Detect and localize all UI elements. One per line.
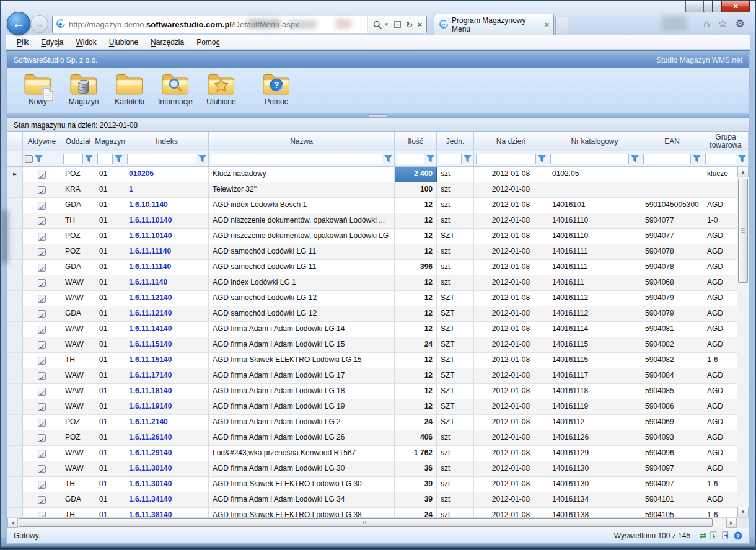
column-header-magazyn[interactable]: Magazyn (95, 132, 125, 151)
cell-indeks[interactable]: 1.6.11.10140 (125, 229, 209, 244)
filter-checkbox[interactable] (25, 155, 33, 163)
export-blue-icon[interactable] (722, 531, 730, 539)
table-row[interactable]: GDA011.6.11.12140AGD samochód Lodówki LG… (7, 306, 749, 322)
menu-narzędzia[interactable]: Narzędzia (144, 36, 190, 48)
row-active-checkbox[interactable] (38, 310, 46, 318)
filter-input-grupa[interactable] (705, 154, 736, 164)
frame-splitter[interactable] (7, 113, 749, 118)
menu-ulubione[interactable]: Ulubione (103, 36, 144, 48)
scroll-right-icon[interactable]: ► (726, 518, 737, 528)
sync-icon[interactable]: ⇄ (700, 531, 706, 539)
cell-indeks[interactable]: 1.6.11.15140 (125, 353, 209, 368)
column-header-oddzial[interactable]: Oddział (61, 132, 95, 151)
table-row[interactable]: GDA011.6.10.1140AGD index Lodowki Bosch … (7, 198, 749, 213)
row-active-checkbox[interactable] (38, 496, 46, 504)
cell-indeks[interactable]: 1.6.11.30140 (125, 477, 209, 492)
filter-input-oddzial[interactable] (63, 154, 83, 164)
row-active-checkbox[interactable] (38, 279, 46, 287)
new-tab-button[interactable] (555, 17, 568, 35)
table-row[interactable]: WAW011.6.11.30140AGD firma Adam i Adam L… (7, 461, 749, 477)
filter-funnel-icon[interactable] (198, 155, 206, 162)
table-row[interactable]: GDA011.6.11.11140AGD samochód Lodówki LG… (7, 260, 749, 275)
tab-program-magazynowy[interactable]: e Program Magazynowy Menu × (434, 14, 554, 35)
filter-funnel-icon[interactable] (115, 155, 123, 162)
minimize-button[interactable] (685, 1, 704, 12)
table-row[interactable]: POZ011.6.11.26140AGD firma Adam i Adam L… (7, 430, 749, 446)
toolbar-item-ulubione[interactable]: Ulubione (198, 71, 244, 106)
cell-indeks[interactable]: 1.6.11.34140 (125, 492, 209, 508)
column-header-jedn[interactable]: Jedn. (437, 132, 474, 151)
cell-indeks[interactable]: 1.6.11.12140 (125, 306, 209, 322)
filter-input-nazwa[interactable] (211, 154, 382, 164)
table-row[interactable]: TH011.6.11.38140AGD firma Sławek ELEKTRO… (7, 508, 749, 517)
cell-indeks[interactable]: 1.6.11.14140 (125, 322, 209, 337)
table-row[interactable]: TH011.6.11.30140AGD firma Sławek ELEKTRO… (7, 477, 749, 492)
home-icon[interactable]: ⌂ (703, 19, 710, 30)
filter-input-ilosc[interactable] (397, 154, 424, 164)
column-header-indeks[interactable]: Indeks (125, 132, 209, 151)
cell-indeks[interactable]: 1.6.11.18140 (125, 384, 209, 399)
refresh-icon[interactable]: ↻ (406, 20, 413, 29)
cell-indeks[interactable]: 1.6.11.1140 (125, 275, 209, 291)
table-row[interactable]: POZ011.6.11.10140AGD niszczenie dokument… (7, 229, 749, 244)
tab-close-icon[interactable]: × (545, 20, 549, 29)
row-active-checkbox[interactable] (38, 295, 46, 303)
filter-input-jedn[interactable] (439, 154, 462, 164)
toolbar-item-informacje[interactable]: Informacje (152, 71, 198, 106)
vertical-scrollbar-thumb[interactable] (738, 179, 748, 283)
cell-indeks[interactable]: 1.6.10.1140 (125, 198, 209, 213)
table-row[interactable]: TH011.6.11.10140AGD niszczenie dokumentó… (7, 213, 749, 229)
maximize-button[interactable] (703, 1, 722, 12)
row-active-checkbox[interactable] (38, 434, 46, 442)
cell-indeks[interactable]: 1 (125, 182, 209, 198)
column-header-grupa[interactable]: Grupa towarowa (703, 132, 749, 151)
cell-indeks[interactable]: 1.6.11.15140 (125, 337, 209, 353)
cell-indeks[interactable]: 1.6.11.10140 (125, 213, 209, 229)
row-active-checkbox[interactable] (38, 419, 46, 427)
column-header-na_dzien[interactable]: Na dzień (474, 132, 548, 151)
cell-indeks[interactable]: 1.6.11.2140 (125, 415, 209, 430)
column-header-active[interactable]: Aktywne (23, 132, 61, 151)
menu-edycja[interactable]: Edycja (35, 36, 69, 48)
toolbar-item-nowy[interactable]: Nowy (15, 71, 61, 106)
filter-input-ean[interactable] (643, 154, 691, 164)
table-row[interactable]: WAW011.6.11.19140AGD firma Adam i Adam L… (7, 399, 749, 415)
table-row[interactable]: WAW011.6.11.29140Lod&#243;wka przenośna … (7, 446, 749, 461)
row-active-checkbox[interactable] (38, 248, 46, 256)
menu-plik[interactable]: Plik (11, 36, 35, 48)
filter-funnel-icon[interactable] (738, 155, 746, 162)
filter-funnel-icon[interactable] (464, 155, 472, 162)
row-active-checkbox[interactable] (38, 264, 46, 272)
filter-input-nr_kat[interactable] (550, 154, 629, 164)
filter-funnel-icon[interactable] (35, 155, 43, 162)
search-icon[interactable] (373, 20, 382, 29)
row-active-checkbox[interactable] (38, 326, 46, 334)
row-active-checkbox[interactable] (38, 341, 46, 349)
table-row[interactable]: POZ01010205Klucz nasadowy2 400szt2012-01… (7, 167, 749, 182)
back-button[interactable]: ← (7, 12, 30, 35)
filter-funnel-icon[interactable] (538, 155, 546, 162)
row-active-checkbox[interactable] (38, 403, 46, 411)
scroll-left-icon[interactable]: ◄ (7, 518, 18, 528)
vertical-scrollbar[interactable]: ▲ ▼ (737, 167, 749, 517)
row-active-checkbox[interactable] (38, 372, 46, 380)
toolbar-item-kartoteki[interactable]: Kartoteki (107, 71, 152, 106)
splitter-handle-icon[interactable] (369, 114, 387, 117)
table-row[interactable]: WAW011.6.11.15140AGD firma Adam i Adam L… (7, 337, 749, 353)
column-header-nr_kat[interactable]: Nr katalogowy (548, 132, 641, 151)
row-active-checkbox[interactable] (38, 481, 46, 489)
tools-icon[interactable]: ⚙ (736, 19, 745, 30)
filter-funnel-icon[interactable] (85, 155, 93, 162)
filter-funnel-icon[interactable] (631, 155, 639, 162)
menu-widok[interactable]: Widok (69, 36, 102, 48)
table-row[interactable]: POZ011.6.11.11140AGD samochód Lodówki LG… (7, 244, 749, 260)
row-active-checkbox[interactable] (38, 450, 46, 458)
row-active-checkbox[interactable] (38, 171, 46, 179)
table-row[interactable]: GDA011.6.11.34140AGD firma Adam i Adam L… (7, 492, 749, 508)
row-active-checkbox[interactable] (38, 465, 46, 473)
cell-indeks[interactable]: 1.6.11.26140 (125, 430, 209, 446)
toolbar-item-pomoc[interactable]: ?Pomoc (253, 71, 299, 106)
search-dropdown-icon[interactable]: ▼ (386, 22, 389, 27)
filter-input-na_dzien[interactable] (476, 154, 536, 164)
column-header-ilosc[interactable]: Ilość (395, 132, 437, 151)
